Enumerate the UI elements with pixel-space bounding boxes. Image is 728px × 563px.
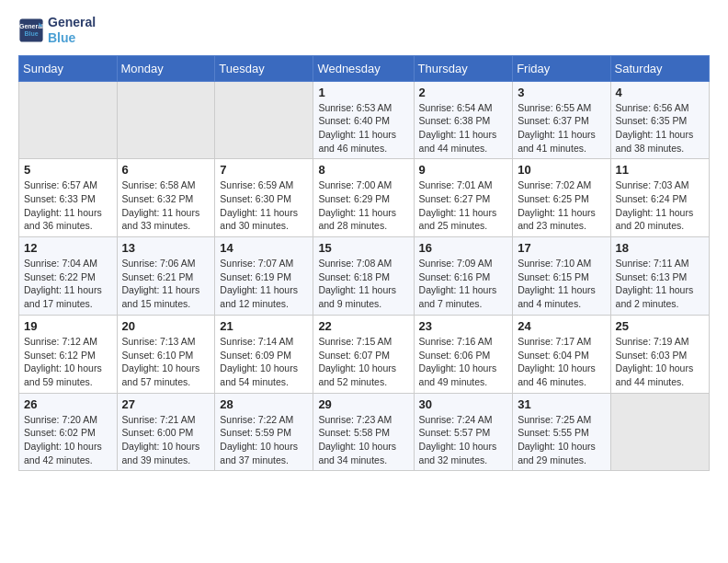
calendar-cell: 20Sunrise: 7:13 AM Sunset: 6:10 PM Dayli… xyxy=(117,315,215,393)
calendar-cell: 22Sunrise: 7:15 AM Sunset: 6:07 PM Dayli… xyxy=(313,315,414,393)
day-info: Sunrise: 7:02 AM Sunset: 6:25 PM Dayligh… xyxy=(518,178,605,233)
weekday-header-friday: Friday xyxy=(513,55,610,81)
calendar-week-1: 1Sunrise: 6:53 AM Sunset: 6:40 PM Daylig… xyxy=(19,81,710,159)
calendar-cell: 7Sunrise: 6:59 AM Sunset: 6:30 PM Daylig… xyxy=(215,159,313,237)
day-info: Sunrise: 7:24 AM Sunset: 5:57 PM Dayligh… xyxy=(419,413,508,467)
calendar-cell: 25Sunrise: 7:19 AM Sunset: 6:03 PM Dayli… xyxy=(610,315,709,393)
day-info: Sunrise: 7:00 AM Sunset: 6:29 PM Dayligh… xyxy=(318,178,408,233)
day-number: 14 xyxy=(220,241,308,255)
day-number: 9 xyxy=(419,163,508,177)
calendar-cell: 26Sunrise: 7:20 AM Sunset: 6:02 PM Dayli… xyxy=(19,393,118,471)
weekday-header-sunday: Sunday xyxy=(19,55,118,81)
day-number: 4 xyxy=(616,86,704,99)
day-info: Sunrise: 7:11 AM Sunset: 6:13 PM Dayligh… xyxy=(616,257,704,311)
day-info: Sunrise: 7:15 AM Sunset: 6:07 PM Dayligh… xyxy=(318,335,408,389)
calendar-cell: 14Sunrise: 7:07 AM Sunset: 6:19 PM Dayli… xyxy=(215,237,313,316)
day-number: 5 xyxy=(24,163,112,177)
day-info: Sunrise: 7:21 AM Sunset: 6:00 PM Dayligh… xyxy=(122,413,210,467)
day-info: Sunrise: 7:04 AM Sunset: 6:22 PM Dayligh… xyxy=(24,257,112,311)
day-number: 21 xyxy=(220,319,308,333)
calendar-week-4: 19Sunrise: 7:12 AM Sunset: 6:12 PM Dayli… xyxy=(19,315,710,393)
calendar-cell: 2Sunrise: 6:54 AM Sunset: 6:38 PM Daylig… xyxy=(414,81,513,159)
day-number: 15 xyxy=(318,241,408,255)
day-number: 13 xyxy=(122,241,210,255)
calendar-cell: 29Sunrise: 7:23 AM Sunset: 5:58 PM Dayli… xyxy=(313,393,414,471)
day-number: 3 xyxy=(518,86,605,99)
day-info: Sunrise: 7:25 AM Sunset: 5:55 PM Dayligh… xyxy=(518,413,605,467)
day-info: Sunrise: 6:54 AM Sunset: 6:38 PM Dayligh… xyxy=(419,101,508,155)
calendar-week-2: 5Sunrise: 6:57 AM Sunset: 6:33 PM Daylig… xyxy=(19,159,710,237)
weekday-header-wednesday: Wednesday xyxy=(313,55,414,81)
day-number: 12 xyxy=(24,241,112,255)
day-info: Sunrise: 7:14 AM Sunset: 6:09 PM Dayligh… xyxy=(220,335,308,389)
day-info: Sunrise: 7:22 AM Sunset: 5:59 PM Dayligh… xyxy=(220,413,308,467)
day-number: 23 xyxy=(419,319,508,333)
calendar-cell: 30Sunrise: 7:24 AM Sunset: 5:57 PM Dayli… xyxy=(414,393,513,471)
day-info: Sunrise: 7:13 AM Sunset: 6:10 PM Dayligh… xyxy=(122,335,210,389)
page-header: General Blue GeneralBlue xyxy=(18,15,710,46)
calendar-cell: 13Sunrise: 7:06 AM Sunset: 6:21 PM Dayli… xyxy=(117,237,215,316)
day-info: Sunrise: 7:10 AM Sunset: 6:15 PM Dayligh… xyxy=(518,257,605,311)
calendar-week-3: 12Sunrise: 7:04 AM Sunset: 6:22 PM Dayli… xyxy=(19,237,710,316)
calendar-cell: 6Sunrise: 6:58 AM Sunset: 6:32 PM Daylig… xyxy=(117,159,215,237)
day-number: 26 xyxy=(24,397,112,411)
calendar-cell: 4Sunrise: 6:56 AM Sunset: 6:35 PM Daylig… xyxy=(610,81,709,159)
day-number: 2 xyxy=(419,86,508,99)
logo-icon: General Blue xyxy=(18,17,44,43)
calendar-cell: 24Sunrise: 7:17 AM Sunset: 6:04 PM Dayli… xyxy=(513,315,610,393)
calendar-cell: 23Sunrise: 7:16 AM Sunset: 6:06 PM Dayli… xyxy=(414,315,513,393)
weekday-header-row: SundayMondayTuesdayWednesdayThursdayFrid… xyxy=(19,55,710,81)
day-number: 27 xyxy=(122,397,210,411)
day-number: 20 xyxy=(122,319,210,333)
day-info: Sunrise: 6:59 AM Sunset: 6:30 PM Dayligh… xyxy=(220,178,308,233)
day-number: 16 xyxy=(419,241,508,255)
calendar-week-5: 26Sunrise: 7:20 AM Sunset: 6:02 PM Dayli… xyxy=(19,393,710,471)
calendar-table: SundayMondayTuesdayWednesdayThursdayFrid… xyxy=(18,55,710,472)
calendar-cell: 12Sunrise: 7:04 AM Sunset: 6:22 PM Dayli… xyxy=(19,237,118,316)
calendar-cell: 21Sunrise: 7:14 AM Sunset: 6:09 PM Dayli… xyxy=(215,315,313,393)
day-number: 31 xyxy=(518,397,605,411)
day-number: 18 xyxy=(616,241,704,255)
day-number: 6 xyxy=(122,163,210,177)
calendar-cell: 15Sunrise: 7:08 AM Sunset: 6:18 PM Dayli… xyxy=(313,237,414,316)
calendar-cell: 1Sunrise: 6:53 AM Sunset: 6:40 PM Daylig… xyxy=(313,81,414,159)
day-info: Sunrise: 6:56 AM Sunset: 6:35 PM Dayligh… xyxy=(616,101,704,155)
logo: General Blue GeneralBlue xyxy=(18,15,96,46)
weekday-header-saturday: Saturday xyxy=(610,55,709,81)
calendar-cell: 3Sunrise: 6:55 AM Sunset: 6:37 PM Daylig… xyxy=(513,81,610,159)
svg-text:Blue: Blue xyxy=(24,29,38,36)
calendar-cell: 8Sunrise: 7:00 AM Sunset: 6:29 PM Daylig… xyxy=(313,159,414,237)
calendar-cell xyxy=(117,81,215,159)
day-number: 24 xyxy=(518,319,605,333)
calendar-cell xyxy=(215,81,313,159)
calendar-cell: 17Sunrise: 7:10 AM Sunset: 6:15 PM Dayli… xyxy=(513,237,610,316)
day-info: Sunrise: 7:03 AM Sunset: 6:24 PM Dayligh… xyxy=(616,178,704,233)
calendar-cell: 19Sunrise: 7:12 AM Sunset: 6:12 PM Dayli… xyxy=(19,315,118,393)
calendar-cell: 10Sunrise: 7:02 AM Sunset: 6:25 PM Dayli… xyxy=(513,159,610,237)
day-number: 19 xyxy=(24,319,112,333)
day-number: 7 xyxy=(220,163,308,177)
weekday-header-tuesday: Tuesday xyxy=(215,55,313,81)
day-info: Sunrise: 7:20 AM Sunset: 6:02 PM Dayligh… xyxy=(24,413,112,467)
day-info: Sunrise: 7:19 AM Sunset: 6:03 PM Dayligh… xyxy=(616,335,704,389)
day-number: 8 xyxy=(318,163,408,177)
calendar-cell: 27Sunrise: 7:21 AM Sunset: 6:00 PM Dayli… xyxy=(117,393,215,471)
calendar-cell xyxy=(19,81,118,159)
day-number: 10 xyxy=(518,163,605,177)
day-number: 28 xyxy=(220,397,308,411)
day-info: Sunrise: 7:09 AM Sunset: 6:16 PM Dayligh… xyxy=(419,257,508,311)
day-number: 25 xyxy=(616,319,704,333)
day-number: 11 xyxy=(616,163,704,177)
day-info: Sunrise: 7:16 AM Sunset: 6:06 PM Dayligh… xyxy=(419,335,508,389)
weekday-header-thursday: Thursday xyxy=(414,55,513,81)
calendar-cell: 18Sunrise: 7:11 AM Sunset: 6:13 PM Dayli… xyxy=(610,237,709,316)
day-info: Sunrise: 6:55 AM Sunset: 6:37 PM Dayligh… xyxy=(518,101,605,155)
calendar-cell: 31Sunrise: 7:25 AM Sunset: 5:55 PM Dayli… xyxy=(513,393,610,471)
day-number: 30 xyxy=(419,397,508,411)
day-info: Sunrise: 6:53 AM Sunset: 6:40 PM Dayligh… xyxy=(318,101,408,155)
calendar-cell: 11Sunrise: 7:03 AM Sunset: 6:24 PM Dayli… xyxy=(610,159,709,237)
day-number: 29 xyxy=(318,397,408,411)
day-info: Sunrise: 6:58 AM Sunset: 6:32 PM Dayligh… xyxy=(122,178,210,233)
calendar-cell: 16Sunrise: 7:09 AM Sunset: 6:16 PM Dayli… xyxy=(414,237,513,316)
day-info: Sunrise: 7:07 AM Sunset: 6:19 PM Dayligh… xyxy=(220,257,308,311)
